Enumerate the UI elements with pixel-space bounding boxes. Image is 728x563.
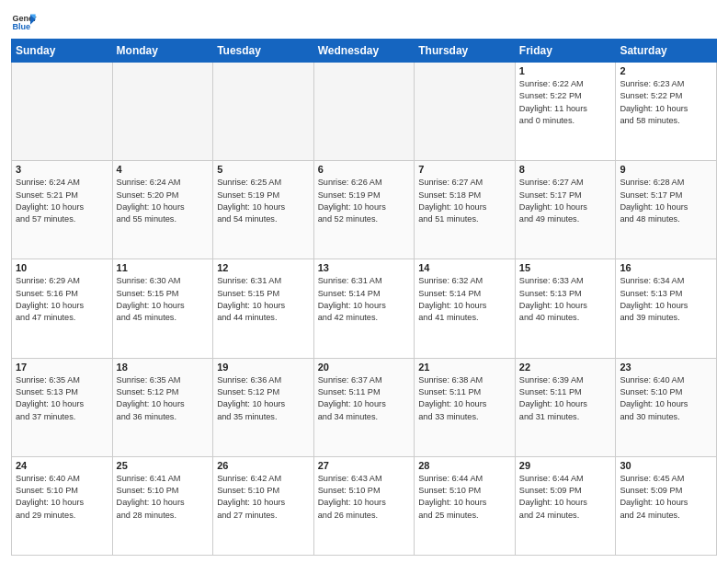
calendar-cell — [12, 63, 113, 161]
calendar-week-3: 17Sunrise: 6:35 AM Sunset: 5:13 PM Dayli… — [12, 358, 717, 456]
day-info: Sunrise: 6:35 AM Sunset: 5:13 PM Dayligh… — [16, 374, 108, 423]
day-info: Sunrise: 6:24 AM Sunset: 5:20 PM Dayligh… — [117, 177, 210, 225]
day-info: Sunrise: 6:34 AM Sunset: 5:13 PM Dayligh… — [620, 275, 712, 324]
calendar-cell: 10Sunrise: 6:29 AM Sunset: 5:16 PM Dayli… — [12, 259, 113, 358]
page-container: General Blue SundayMondayTuesdayWednesda… — [0, 0, 728, 563]
day-number: 3 — [16, 164, 108, 175]
weekday-header-monday: Monday — [112, 40, 213, 63]
day-number: 25 — [117, 460, 210, 471]
calendar-cell: 29Sunrise: 6:44 AM Sunset: 5:09 PM Dayli… — [515, 456, 616, 555]
day-info: Sunrise: 6:22 AM Sunset: 5:22 PM Dayligh… — [519, 78, 612, 127]
day-info: Sunrise: 6:27 AM Sunset: 5:18 PM Dayligh… — [418, 177, 511, 225]
day-info: Sunrise: 6:39 AM Sunset: 5:11 PM Dayligh… — [519, 374, 612, 423]
day-number: 13 — [318, 262, 411, 273]
day-number: 9 — [620, 164, 712, 175]
svg-text:Blue: Blue — [12, 22, 30, 31]
calendar-cell: 20Sunrise: 6:37 AM Sunset: 5:11 PM Dayli… — [313, 358, 415, 456]
calendar-cell: 2Sunrise: 6:23 AM Sunset: 5:22 PM Daylig… — [616, 63, 717, 161]
day-info: Sunrise: 6:33 AM Sunset: 5:13 PM Dayligh… — [519, 275, 612, 324]
calendar-cell: 16Sunrise: 6:34 AM Sunset: 5:13 PM Dayli… — [616, 259, 717, 358]
day-info: Sunrise: 6:37 AM Sunset: 5:11 PM Dayligh… — [318, 374, 411, 423]
day-number: 29 — [519, 460, 612, 471]
day-number: 7 — [418, 164, 511, 175]
weekday-header-tuesday: Tuesday — [213, 40, 314, 63]
calendar-cell: 1Sunrise: 6:22 AM Sunset: 5:22 PM Daylig… — [515, 63, 616, 161]
calendar-cell: 30Sunrise: 6:45 AM Sunset: 5:09 PM Dayli… — [616, 456, 717, 555]
day-number: 24 — [16, 460, 108, 471]
weekday-header-thursday: Thursday — [415, 40, 516, 63]
day-number: 11 — [117, 262, 210, 273]
calendar-cell: 24Sunrise: 6:40 AM Sunset: 5:10 PM Dayli… — [12, 456, 113, 555]
calendar-cell: 5Sunrise: 6:25 AM Sunset: 5:19 PM Daylig… — [213, 161, 314, 259]
calendar-cell — [313, 63, 415, 161]
calendar-week-4: 24Sunrise: 6:40 AM Sunset: 5:10 PM Dayli… — [12, 456, 717, 555]
header: General Blue — [11, 9, 717, 35]
calendar-cell: 23Sunrise: 6:40 AM Sunset: 5:10 PM Dayli… — [616, 358, 717, 456]
day-info: Sunrise: 6:41 AM Sunset: 5:10 PM Dayligh… — [117, 473, 210, 522]
day-info: Sunrise: 6:40 AM Sunset: 5:10 PM Dayligh… — [16, 473, 108, 522]
calendar-cell: 14Sunrise: 6:32 AM Sunset: 5:14 PM Dayli… — [415, 259, 516, 358]
day-number: 15 — [519, 262, 612, 273]
calendar-cell: 7Sunrise: 6:27 AM Sunset: 5:18 PM Daylig… — [415, 161, 516, 259]
day-number: 10 — [16, 262, 108, 273]
calendar-cell: 28Sunrise: 6:44 AM Sunset: 5:10 PM Dayli… — [415, 456, 516, 555]
day-number: 28 — [418, 460, 511, 471]
day-info: Sunrise: 6:27 AM Sunset: 5:17 PM Dayligh… — [519, 177, 612, 225]
logo: General Blue — [11, 9, 37, 35]
calendar-cell: 13Sunrise: 6:31 AM Sunset: 5:14 PM Dayli… — [313, 259, 415, 358]
day-number: 16 — [620, 262, 712, 273]
calendar-cell: 3Sunrise: 6:24 AM Sunset: 5:21 PM Daylig… — [12, 161, 113, 259]
day-number: 18 — [117, 362, 210, 373]
day-number: 21 — [418, 362, 511, 373]
weekday-header-wednesday: Wednesday — [313, 40, 415, 63]
day-number: 8 — [519, 164, 612, 175]
day-info: Sunrise: 6:40 AM Sunset: 5:10 PM Dayligh… — [620, 374, 712, 423]
day-number: 26 — [217, 460, 310, 471]
day-number: 27 — [318, 460, 411, 471]
day-number: 19 — [217, 362, 310, 373]
day-number: 1 — [519, 65, 612, 76]
day-info: Sunrise: 6:35 AM Sunset: 5:12 PM Dayligh… — [117, 374, 210, 423]
day-info: Sunrise: 6:31 AM Sunset: 5:15 PM Dayligh… — [217, 275, 310, 324]
calendar-cell: 18Sunrise: 6:35 AM Sunset: 5:12 PM Dayli… — [112, 358, 213, 456]
day-number: 22 — [519, 362, 612, 373]
day-number: 5 — [217, 164, 310, 175]
day-info: Sunrise: 6:44 AM Sunset: 5:10 PM Dayligh… — [418, 473, 511, 522]
calendar-cell: 15Sunrise: 6:33 AM Sunset: 5:13 PM Dayli… — [515, 259, 616, 358]
calendar-cell — [112, 63, 213, 161]
calendar-table: SundayMondayTuesdayWednesdayThursdayFrid… — [11, 39, 717, 556]
weekday-header-saturday: Saturday — [616, 40, 717, 63]
day-number: 4 — [117, 164, 210, 175]
calendar-cell — [213, 63, 314, 161]
day-info: Sunrise: 6:45 AM Sunset: 5:09 PM Dayligh… — [620, 473, 712, 522]
calendar-week-2: 10Sunrise: 6:29 AM Sunset: 5:16 PM Dayli… — [12, 259, 717, 358]
calendar-week-1: 3Sunrise: 6:24 AM Sunset: 5:21 PM Daylig… — [12, 161, 717, 259]
day-number: 12 — [217, 262, 310, 273]
calendar-cell: 9Sunrise: 6:28 AM Sunset: 5:17 PM Daylig… — [616, 161, 717, 259]
weekday-header-sunday: Sunday — [12, 40, 113, 63]
day-number: 17 — [16, 362, 108, 373]
calendar-cell: 26Sunrise: 6:42 AM Sunset: 5:10 PM Dayli… — [213, 456, 314, 555]
day-number: 20 — [318, 362, 411, 373]
calendar-cell: 4Sunrise: 6:24 AM Sunset: 5:20 PM Daylig… — [112, 161, 213, 259]
calendar-cell: 11Sunrise: 6:30 AM Sunset: 5:15 PM Dayli… — [112, 259, 213, 358]
day-info: Sunrise: 6:44 AM Sunset: 5:09 PM Dayligh… — [519, 473, 612, 522]
calendar-cell: 8Sunrise: 6:27 AM Sunset: 5:17 PM Daylig… — [515, 161, 616, 259]
calendar-cell: 27Sunrise: 6:43 AM Sunset: 5:10 PM Dayli… — [313, 456, 415, 555]
calendar-cell: 6Sunrise: 6:26 AM Sunset: 5:19 PM Daylig… — [313, 161, 415, 259]
logo-icon: General Blue — [11, 9, 37, 35]
calendar-cell — [415, 63, 516, 161]
weekday-header-friday: Friday — [515, 40, 616, 63]
calendar-cell: 21Sunrise: 6:38 AM Sunset: 5:11 PM Dayli… — [415, 358, 516, 456]
calendar-cell: 22Sunrise: 6:39 AM Sunset: 5:11 PM Dayli… — [515, 358, 616, 456]
day-info: Sunrise: 6:36 AM Sunset: 5:12 PM Dayligh… — [217, 374, 310, 423]
calendar-week-0: 1Sunrise: 6:22 AM Sunset: 5:22 PM Daylig… — [12, 63, 717, 161]
day-info: Sunrise: 6:42 AM Sunset: 5:10 PM Dayligh… — [217, 473, 310, 522]
day-info: Sunrise: 6:31 AM Sunset: 5:14 PM Dayligh… — [318, 275, 411, 324]
day-info: Sunrise: 6:24 AM Sunset: 5:21 PM Dayligh… — [16, 177, 108, 225]
day-number: 6 — [318, 164, 411, 175]
day-info: Sunrise: 6:25 AM Sunset: 5:19 PM Dayligh… — [217, 177, 310, 225]
day-info: Sunrise: 6:30 AM Sunset: 5:15 PM Dayligh… — [117, 275, 210, 324]
day-info: Sunrise: 6:32 AM Sunset: 5:14 PM Dayligh… — [418, 275, 511, 324]
calendar-cell: 19Sunrise: 6:36 AM Sunset: 5:12 PM Dayli… — [213, 358, 314, 456]
